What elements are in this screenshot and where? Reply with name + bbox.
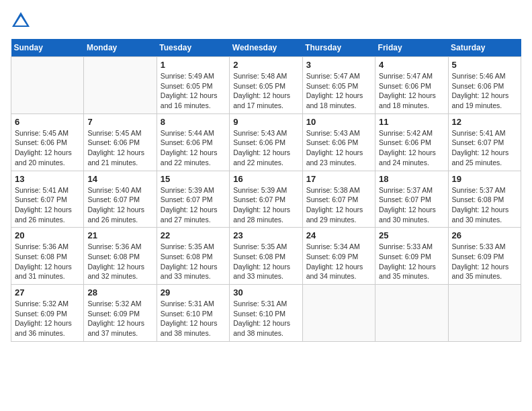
calendar-cell bbox=[375, 285, 448, 342]
day-info: Sunrise: 5:46 AMSunset: 6:06 PMDaylight:… bbox=[452, 71, 517, 111]
calendar-week-row: 6Sunrise: 5:45 AMSunset: 6:06 PMDaylight… bbox=[11, 113, 521, 171]
calendar-cell bbox=[11, 57, 84, 114]
calendar-week-row: 13Sunrise: 5:41 AMSunset: 6:07 PMDayligh… bbox=[11, 171, 521, 228]
day-number: 27 bbox=[15, 287, 80, 298]
calendar-cell: 24Sunrise: 5:34 AMSunset: 6:09 PMDayligh… bbox=[302, 228, 375, 285]
day-info: Sunrise: 5:37 AMSunset: 6:07 PMDaylight:… bbox=[379, 185, 444, 225]
calendar-week-row: 20Sunrise: 5:36 AMSunset: 6:08 PMDayligh… bbox=[11, 228, 521, 285]
calendar-cell: 22Sunrise: 5:35 AMSunset: 6:08 PMDayligh… bbox=[157, 228, 229, 285]
calendar-cell: 2Sunrise: 5:48 AMSunset: 6:05 PMDaylight… bbox=[230, 57, 302, 114]
day-info: Sunrise: 5:32 AMSunset: 6:09 PMDaylight:… bbox=[15, 299, 80, 338]
day-number: 13 bbox=[15, 174, 80, 184]
day-number: 12 bbox=[452, 117, 517, 127]
calendar-cell: 3Sunrise: 5:47 AMSunset: 6:05 PMDaylight… bbox=[302, 57, 375, 114]
day-number: 6 bbox=[15, 117, 80, 127]
logo bbox=[11, 11, 34, 31]
day-number: 5 bbox=[452, 60, 517, 70]
calendar-table: SundayMondayTuesdayWednesdayThursdayFrid… bbox=[11, 39, 521, 342]
calendar-cell bbox=[448, 285, 521, 342]
calendar-cell: 4Sunrise: 5:47 AMSunset: 6:06 PMDaylight… bbox=[375, 57, 448, 114]
day-number: 26 bbox=[452, 230, 517, 240]
calendar-cell: 11Sunrise: 5:42 AMSunset: 6:06 PMDayligh… bbox=[375, 113, 448, 171]
day-info: Sunrise: 5:43 AMSunset: 6:06 PMDaylight:… bbox=[306, 128, 371, 168]
calendar-cell: 13Sunrise: 5:41 AMSunset: 6:07 PMDayligh… bbox=[11, 171, 84, 228]
day-info: Sunrise: 5:45 AMSunset: 6:06 PMDaylight:… bbox=[15, 128, 80, 168]
calendar-week-row: 1Sunrise: 5:49 AMSunset: 6:05 PMDaylight… bbox=[11, 57, 521, 114]
calendar-cell: 27Sunrise: 5:32 AMSunset: 6:09 PMDayligh… bbox=[11, 285, 84, 342]
day-info: Sunrise: 5:40 AMSunset: 6:07 PMDaylight:… bbox=[87, 185, 152, 225]
day-number: 24 bbox=[306, 230, 371, 240]
calendar-cell: 6Sunrise: 5:45 AMSunset: 6:06 PMDaylight… bbox=[11, 113, 84, 171]
day-info: Sunrise: 5:36 AMSunset: 6:08 PMDaylight:… bbox=[15, 242, 80, 281]
day-info: Sunrise: 5:32 AMSunset: 6:09 PMDaylight:… bbox=[87, 299, 152, 338]
calendar-cell: 21Sunrise: 5:36 AMSunset: 6:08 PMDayligh… bbox=[84, 228, 157, 285]
day-number: 17 bbox=[306, 174, 371, 184]
day-number: 16 bbox=[233, 174, 298, 184]
day-info: Sunrise: 5:42 AMSunset: 6:06 PMDaylight:… bbox=[379, 128, 444, 168]
day-info: Sunrise: 5:47 AMSunset: 6:06 PMDaylight:… bbox=[379, 71, 444, 111]
day-number: 3 bbox=[306, 60, 371, 70]
day-number: 15 bbox=[161, 174, 226, 184]
day-number: 1 bbox=[161, 60, 226, 70]
day-info: Sunrise: 5:36 AMSunset: 6:08 PMDaylight:… bbox=[87, 242, 152, 281]
day-number: 19 bbox=[452, 174, 517, 184]
header-monday: Monday bbox=[84, 39, 157, 57]
day-number: 10 bbox=[306, 117, 371, 127]
day-number: 28 bbox=[87, 287, 152, 298]
day-number: 30 bbox=[233, 287, 298, 298]
day-info: Sunrise: 5:33 AMSunset: 6:09 PMDaylight:… bbox=[379, 242, 444, 281]
calendar-cell: 8Sunrise: 5:44 AMSunset: 6:06 PMDaylight… bbox=[157, 113, 229, 171]
day-info: Sunrise: 5:47 AMSunset: 6:05 PMDaylight:… bbox=[306, 71, 371, 111]
calendar-cell: 19Sunrise: 5:37 AMSunset: 6:08 PMDayligh… bbox=[448, 171, 521, 228]
day-info: Sunrise: 5:31 AMSunset: 6:10 PMDaylight:… bbox=[233, 299, 298, 338]
calendar-cell: 15Sunrise: 5:39 AMSunset: 6:07 PMDayligh… bbox=[157, 171, 229, 228]
calendar-cell: 18Sunrise: 5:37 AMSunset: 6:07 PMDayligh… bbox=[375, 171, 448, 228]
day-number: 25 bbox=[379, 230, 444, 240]
day-number: 29 bbox=[161, 287, 226, 298]
day-info: Sunrise: 5:33 AMSunset: 6:09 PMDaylight:… bbox=[452, 242, 517, 281]
calendar-cell: 1Sunrise: 5:49 AMSunset: 6:05 PMDaylight… bbox=[157, 57, 229, 114]
header-thursday: Thursday bbox=[302, 39, 375, 57]
calendar-week-row: 27Sunrise: 5:32 AMSunset: 6:09 PMDayligh… bbox=[11, 285, 521, 342]
calendar-cell: 5Sunrise: 5:46 AMSunset: 6:06 PMDaylight… bbox=[448, 57, 521, 114]
day-info: Sunrise: 5:34 AMSunset: 6:09 PMDaylight:… bbox=[306, 242, 371, 281]
calendar-cell bbox=[84, 57, 157, 114]
calendar-cell: 10Sunrise: 5:43 AMSunset: 6:06 PMDayligh… bbox=[302, 113, 375, 171]
day-number: 22 bbox=[161, 230, 226, 240]
day-info: Sunrise: 5:39 AMSunset: 6:07 PMDaylight:… bbox=[233, 185, 298, 225]
day-number: 20 bbox=[15, 230, 80, 240]
calendar-cell: 23Sunrise: 5:35 AMSunset: 6:08 PMDayligh… bbox=[230, 228, 302, 285]
header-tuesday: Tuesday bbox=[157, 39, 229, 57]
calendar-cell: 29Sunrise: 5:31 AMSunset: 6:10 PMDayligh… bbox=[157, 285, 229, 342]
day-number: 7 bbox=[87, 117, 152, 127]
calendar-cell: 28Sunrise: 5:32 AMSunset: 6:09 PMDayligh… bbox=[84, 285, 157, 342]
header-friday: Friday bbox=[375, 39, 448, 57]
day-number: 4 bbox=[379, 60, 444, 70]
day-info: Sunrise: 5:48 AMSunset: 6:05 PMDaylight:… bbox=[233, 71, 298, 111]
day-number: 2 bbox=[233, 60, 298, 70]
page-header bbox=[11, 11, 521, 31]
day-info: Sunrise: 5:35 AMSunset: 6:08 PMDaylight:… bbox=[161, 242, 226, 281]
calendar-cell: 20Sunrise: 5:36 AMSunset: 6:08 PMDayligh… bbox=[11, 228, 84, 285]
calendar-cell: 25Sunrise: 5:33 AMSunset: 6:09 PMDayligh… bbox=[375, 228, 448, 285]
calendar-cell: 14Sunrise: 5:40 AMSunset: 6:07 PMDayligh… bbox=[84, 171, 157, 228]
calendar-cell: 26Sunrise: 5:33 AMSunset: 6:09 PMDayligh… bbox=[448, 228, 521, 285]
header-saturday: Saturday bbox=[448, 39, 521, 57]
day-info: Sunrise: 5:41 AMSunset: 6:07 PMDaylight:… bbox=[15, 185, 80, 225]
calendar-cell bbox=[302, 285, 375, 342]
calendar-cell: 16Sunrise: 5:39 AMSunset: 6:07 PMDayligh… bbox=[230, 171, 302, 228]
day-number: 9 bbox=[233, 117, 298, 127]
day-info: Sunrise: 5:38 AMSunset: 6:07 PMDaylight:… bbox=[306, 185, 371, 225]
day-info: Sunrise: 5:37 AMSunset: 6:08 PMDaylight:… bbox=[452, 185, 517, 225]
day-info: Sunrise: 5:35 AMSunset: 6:08 PMDaylight:… bbox=[233, 242, 298, 281]
day-number: 23 bbox=[233, 230, 298, 240]
day-info: Sunrise: 5:31 AMSunset: 6:10 PMDaylight:… bbox=[161, 299, 226, 338]
day-number: 11 bbox=[379, 117, 444, 127]
day-info: Sunrise: 5:49 AMSunset: 6:05 PMDaylight:… bbox=[161, 71, 226, 111]
logo-icon bbox=[11, 11, 31, 31]
calendar-cell: 30Sunrise: 5:31 AMSunset: 6:10 PMDayligh… bbox=[230, 285, 302, 342]
calendar-header-row: SundayMondayTuesdayWednesdayThursdayFrid… bbox=[11, 39, 521, 57]
day-info: Sunrise: 5:41 AMSunset: 6:07 PMDaylight:… bbox=[452, 128, 517, 168]
day-number: 14 bbox=[87, 174, 152, 184]
day-number: 8 bbox=[161, 117, 226, 127]
